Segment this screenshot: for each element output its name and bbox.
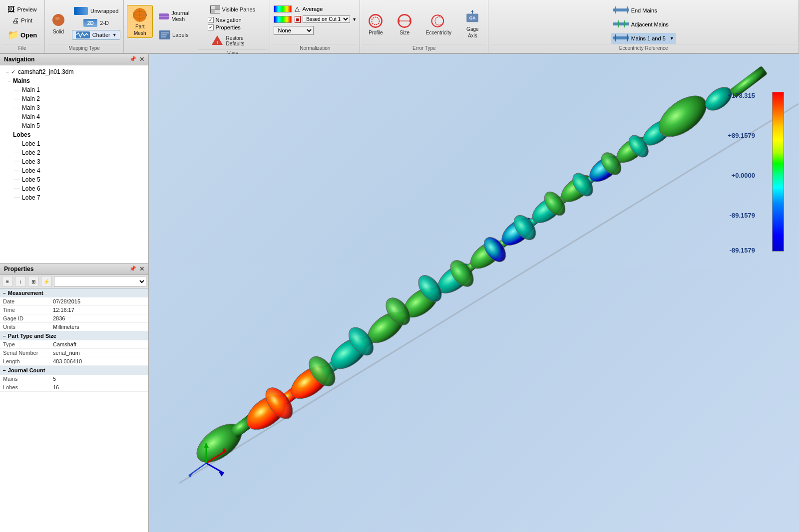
tree-item-main2[interactable]: — Main 2: [2, 94, 146, 103]
tree-toggle-mains[interactable]: −: [6, 77, 13, 84]
navigation-title: Navigation: [4, 56, 34, 63]
props-pin-button[interactable]: 📌: [129, 266, 136, 272]
props-tool-4[interactable]: ⚡: [41, 276, 52, 287]
tree-item-lobe1[interactable]: — Lobe 1: [2, 139, 146, 148]
mains-1-and-5-button[interactable]: Mains 1 and 5 ▼: [611, 33, 676, 44]
3d-viewport[interactable]: +178.315 +89.1579 +0.0000 -89.1579 -89.1…: [149, 54, 799, 532]
tree-dash-lobe1: —: [14, 140, 20, 147]
props-section-measurement[interactable]: − Measurement: [0, 288, 148, 297]
mains-dropdown-icon[interactable]: ▼: [670, 36, 674, 41]
unwrapped-button[interactable]: Unwrapped: [72, 6, 120, 16]
tree-item-lobe2[interactable]: — Lobe 2: [2, 148, 146, 157]
visible-panes-button[interactable]: Visible Panes: [208, 4, 258, 15]
scale-min-label: -89.1579: [730, 247, 755, 254]
tree-toggle-lobes[interactable]: −: [6, 131, 13, 138]
part-selector[interactable]: Part: [54, 276, 146, 287]
based-on-cut-select[interactable]: Based on Cut 1: [303, 15, 350, 23]
tree-item-lobe3[interactable]: — Lobe 3: [2, 157, 146, 166]
left-panels: Navigation 📌 ✕ − ✓ camshaft2_jn01.3dm− M…: [0, 54, 149, 532]
gage-label2: Axis: [468, 33, 477, 38]
tree-item-root[interactable]: − ✓ camshaft2_jn01.3dm: [2, 67, 146, 76]
mains-1-and-5-icon: [613, 34, 629, 43]
preview-button[interactable]: 🖼 Preview: [5, 4, 38, 14]
properties-check-label: Properties: [216, 24, 241, 30]
solid-button[interactable]: Solid: [48, 10, 69, 36]
open-button[interactable]: 📁 Open: [5, 28, 39, 41]
props-key: Units: [0, 323, 50, 331]
tree-toggle-root[interactable]: −: [4, 68, 11, 75]
gage-axis-button[interactable]: GA Gage Axis: [460, 8, 485, 40]
print-icon: 🖨: [12, 16, 19, 24]
tree-label-root: camshaft2_jn01.3dm: [18, 68, 73, 75]
two-d-button[interactable]: 2D 2-D: [72, 18, 120, 28]
navigation-check-label: Navigation: [216, 17, 242, 23]
props-value: 16: [50, 383, 148, 392]
tree-item-lobe5[interactable]: — Lobe 5: [2, 175, 146, 184]
eccentricity-label: Eccentricity: [426, 30, 451, 35]
tree-item-lobe4[interactable]: — Lobe 4: [2, 166, 146, 175]
props-key: Time: [0, 306, 50, 314]
properties-check[interactable]: ✓ Properties: [208, 24, 242, 30]
properties-panel: Properties 📌 ✕ ≡ ↕ ⊞ ⚡ Part − Measuremen…: [0, 264, 148, 532]
based-on-cut-row: ■ Based on Cut 1 ▼: [274, 15, 357, 23]
svg-line-88: [206, 463, 224, 473]
props-section-part_type[interactable]: − Part Type and Size: [0, 331, 148, 340]
journal-label2: Mesh: [171, 16, 189, 22]
tree-item-lobe7[interactable]: — Lobe 7: [2, 193, 146, 202]
props-row-gage-id: Gage ID2836: [0, 314, 148, 323]
tree-item-main3[interactable]: — Main 3: [2, 103, 146, 112]
camshaft-visualization: [149, 54, 799, 532]
tree-label-lobe4: Lobe 4: [22, 167, 40, 174]
labels-button[interactable]: Labels: [155, 27, 192, 43]
props-close-button[interactable]: ✕: [139, 266, 144, 272]
normalization-group: △ Average ■ Based on Cut 1 ▼ None Normal…: [270, 0, 360, 53]
navigation-checkbox[interactable]: ✓: [208, 17, 214, 23]
props-tool-2[interactable]: ↕: [15, 276, 26, 287]
properties-checkbox[interactable]: ✓: [208, 24, 214, 30]
part-mesh-button[interactable]: Part Mesh: [127, 5, 153, 38]
navigation-panel-header: Navigation 📌 ✕: [0, 54, 148, 65]
pin-button[interactable]: 📌: [129, 56, 136, 63]
tree-item-lobe6[interactable]: — Lobe 6: [2, 184, 146, 193]
props-table-part_type: TypeCamshaftSerial Numberserial_numLengt…: [0, 340, 148, 366]
restore-defaults-button[interactable]: ! Restore Defaults: [208, 32, 247, 49]
cut-dropdown-icon[interactable]: ▼: [352, 17, 357, 22]
props-value: 5: [50, 375, 148, 383]
tree-item-main4[interactable]: — Main 4: [2, 112, 146, 121]
props-key: Gage ID: [0, 314, 50, 323]
props-value: 2836: [50, 314, 148, 323]
labels-icon: [158, 28, 171, 41]
journal-mesh-button[interactable]: Journal Mesh: [155, 8, 192, 24]
props-tool-1[interactable]: ≡: [2, 276, 13, 287]
chatter-dropdown-icon[interactable]: ▼: [112, 32, 117, 37]
color-scale: +178.315 +89.1579 +0.0000 -89.1579 -89.1…: [744, 74, 784, 252]
size-button[interactable]: Size: [392, 11, 417, 37]
chatter-button[interactable]: Chatter ▼: [72, 30, 120, 40]
props-tool-3[interactable]: ⊞: [28, 276, 39, 287]
eccentricity-button[interactable]: Eccentricity: [421, 11, 456, 37]
adjacent-mains-button[interactable]: Adjacent Mains: [611, 19, 671, 30]
two-d-label: 2-D: [100, 20, 109, 26]
print-button[interactable]: 🖨 Print: [10, 15, 34, 25]
scale-max-label: +178.315: [728, 92, 755, 99]
tree-item-mains[interactable]: − Mains: [2, 76, 146, 85]
props-value: Millimeters: [50, 323, 148, 331]
none-select[interactable]: None: [274, 26, 314, 35]
props-value: serial_num: [50, 349, 148, 357]
labels-label: Labels: [172, 32, 188, 38]
tree-label-main1: Main 1: [22, 86, 40, 93]
profile-button[interactable]: Profile: [363, 11, 388, 37]
view-group: Visible Panes ✓ Navigation ✓ Properties …: [195, 0, 270, 53]
navigation-check[interactable]: ✓ Navigation: [208, 17, 242, 23]
tree-item-main1[interactable]: — Main 1: [2, 85, 146, 94]
nav-close-button[interactable]: ✕: [139, 56, 144, 63]
end-mains-button[interactable]: End Mains: [611, 5, 659, 16]
journal-label1: Journal: [171, 10, 189, 16]
adjacent-mains-label: Adjacent Mains: [631, 21, 669, 27]
tree-label-main5: Main 5: [22, 122, 40, 129]
tree-item-main5[interactable]: — Main 5: [2, 121, 146, 130]
tree-label-main3: Main 3: [22, 104, 40, 111]
props-section-journal_count[interactable]: − Journal Count: [0, 366, 148, 375]
properties-toolbar: ≡ ↕ ⊞ ⚡ Part: [0, 275, 148, 288]
tree-item-lobes[interactable]: − Lobes: [2, 130, 146, 139]
